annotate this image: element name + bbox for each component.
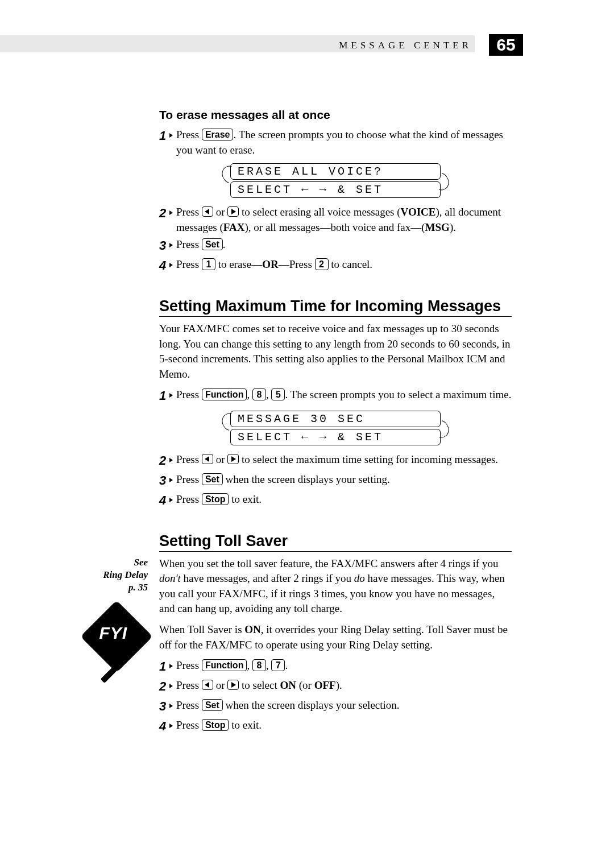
key-set: Set bbox=[202, 699, 223, 711]
text: When Toll Saver is bbox=[159, 623, 244, 635]
step-number: 3 bbox=[159, 698, 176, 716]
lcd-line-1: ERASE ALL VOICE? bbox=[230, 163, 441, 180]
lcd-line-2: SELECT ← → & SET bbox=[230, 429, 441, 445]
divider bbox=[159, 316, 512, 317]
text: when the screen displays your selection. bbox=[223, 699, 400, 711]
bold: VOICE bbox=[401, 206, 436, 218]
bold: MSG bbox=[425, 221, 450, 233]
bold: ON bbox=[280, 679, 296, 691]
lcd-line-2: SELECT ← → & SET bbox=[230, 181, 441, 198]
left-arrow-icon bbox=[202, 206, 213, 217]
lcd-display: MESSAGE 30 SEC SELECT ← → & SET bbox=[230, 411, 441, 445]
step-number: 2 bbox=[159, 452, 176, 470]
text: Press bbox=[176, 453, 202, 465]
step-number: 4 bbox=[159, 257, 176, 275]
text: Press bbox=[176, 699, 202, 711]
maxtime-step-1: 1 Press Function, 8, 5. The screen promp… bbox=[159, 387, 512, 405]
text: to select erasing all voice messages ( bbox=[239, 206, 400, 218]
key-5: 5 bbox=[271, 388, 285, 400]
lcd-display: ERASE ALL VOICE? SELECT ← → & SET bbox=[230, 163, 441, 198]
text: . bbox=[285, 659, 288, 671]
text: . The screen prompts you to select a max… bbox=[285, 388, 511, 400]
text: Press bbox=[176, 493, 202, 505]
text: or bbox=[213, 453, 227, 465]
key-set: Set bbox=[202, 473, 223, 485]
left-arrow-icon bbox=[202, 454, 213, 464]
step-number: 1 bbox=[159, 658, 176, 676]
key-1: 1 bbox=[202, 258, 215, 270]
maxtime-step-4: 4 Press Stop to exit. bbox=[159, 492, 512, 510]
toll-step-2: 2 Press or to select ON (or OFF). bbox=[159, 678, 512, 696]
italic: do bbox=[354, 572, 365, 584]
bold: OFF bbox=[314, 679, 336, 691]
right-arrow-icon bbox=[227, 454, 239, 464]
key-stop: Stop bbox=[202, 493, 229, 505]
text: Press bbox=[176, 129, 202, 140]
maxtime-step-3: 3 Press Set when the screen displays you… bbox=[159, 472, 512, 490]
erase-step-4: 4 Press 1 to erase—OR—Press 2 to cancel. bbox=[159, 257, 512, 275]
section-title: MESSAGE CENTER bbox=[339, 40, 472, 51]
key-2: 2 bbox=[315, 258, 329, 270]
toll-step-4: 4 Press Stop to exit. bbox=[159, 718, 512, 735]
text: When you set the toll saver feature, the… bbox=[159, 557, 498, 569]
step-number: 1 bbox=[159, 387, 176, 405]
right-arrow-icon bbox=[227, 206, 239, 217]
text: —Press bbox=[279, 258, 315, 270]
bold: ON bbox=[244, 623, 261, 635]
side-note: See Ring Delay p. 35 bbox=[63, 556, 148, 594]
fyi-icon: FYI bbox=[80, 600, 152, 672]
maxtime-heading: Setting Maximum Time for Incoming Messag… bbox=[159, 297, 512, 315]
key-7: 7 bbox=[271, 659, 285, 671]
left-arrow-icon bbox=[202, 680, 213, 690]
step-number: 3 bbox=[159, 237, 176, 255]
key-set: Set bbox=[202, 238, 223, 250]
text: , bbox=[266, 388, 272, 400]
text: Press bbox=[176, 719, 202, 731]
step-number: 1 bbox=[159, 127, 176, 145]
text: , bbox=[266, 659, 272, 671]
erase-heading: To erase messages all at once bbox=[159, 108, 512, 122]
step-number: 4 bbox=[159, 718, 176, 735]
text: ). bbox=[450, 221, 456, 233]
divider bbox=[159, 551, 512, 552]
text: or bbox=[213, 206, 227, 218]
key-stop: Stop bbox=[202, 719, 229, 731]
text: or bbox=[213, 679, 227, 691]
text: , bbox=[247, 388, 252, 400]
key-erase: Erase bbox=[202, 129, 234, 140]
text: . bbox=[223, 238, 226, 250]
text: Press bbox=[176, 206, 202, 218]
step-number: 4 bbox=[159, 492, 176, 510]
toll-para-1: When you set the toll saver feature, the… bbox=[159, 556, 512, 617]
text: to cancel. bbox=[329, 258, 373, 270]
step-number: 3 bbox=[159, 472, 176, 490]
erase-step-2: 2 Press or to select erasing all voice m… bbox=[159, 205, 512, 235]
erase-step-3: 3 Press Set. bbox=[159, 237, 512, 255]
text: ), or all messages—both voice and fax—( bbox=[244, 221, 425, 233]
erase-step-1: 1 Press Erase. The screen prompts you to… bbox=[159, 127, 512, 158]
text: to select bbox=[239, 679, 280, 691]
text: Press bbox=[176, 258, 202, 270]
key-8: 8 bbox=[252, 388, 266, 400]
text: when the screen displays your setting. bbox=[223, 473, 390, 485]
step-number: 2 bbox=[159, 678, 176, 696]
key-8: 8 bbox=[252, 659, 266, 671]
bold: OR bbox=[262, 258, 279, 270]
page-number: 65 bbox=[489, 34, 523, 56]
key-function: Function bbox=[202, 659, 247, 671]
maxtime-step-2: 2 Press or to select the maximum time se… bbox=[159, 452, 512, 470]
right-arrow-icon bbox=[227, 680, 239, 690]
text: have messages, and after 2 rings if you bbox=[181, 572, 354, 584]
text: ). bbox=[336, 679, 342, 691]
text: to exit. bbox=[229, 719, 262, 731]
text: (or bbox=[296, 679, 314, 691]
toll-step-3: 3 Press Set when the screen displays you… bbox=[159, 698, 512, 716]
toll-heading: Setting Toll Saver bbox=[159, 532, 512, 550]
text: Press bbox=[176, 679, 202, 691]
text: to erase— bbox=[215, 258, 262, 270]
text: to exit. bbox=[229, 493, 262, 505]
fyi-text: FYI bbox=[99, 623, 127, 643]
text: , bbox=[247, 659, 252, 671]
step-number: 2 bbox=[159, 205, 176, 222]
key-function: Function bbox=[202, 388, 247, 400]
